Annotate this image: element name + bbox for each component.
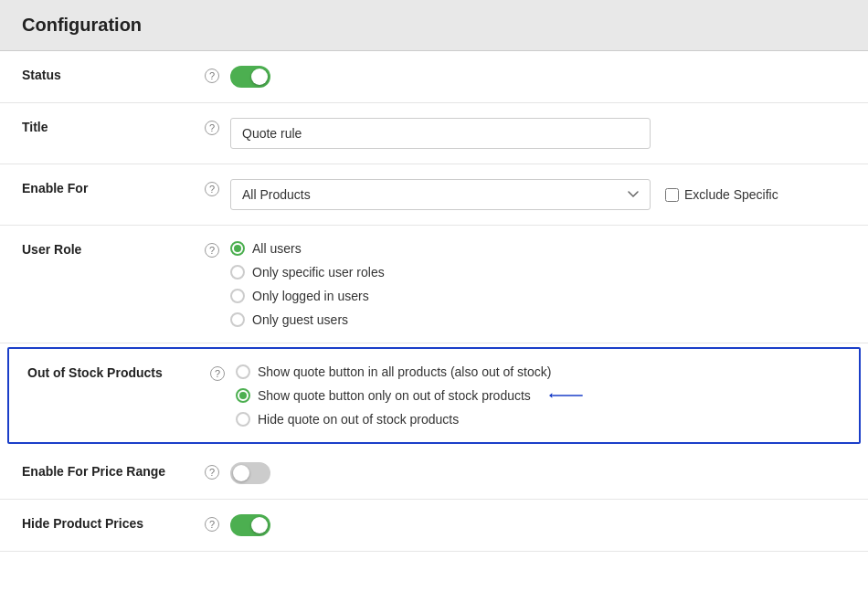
config-table: Status ? Title ? Enable For ? All Produc… — [0, 51, 868, 552]
title-input[interactable] — [230, 118, 651, 149]
title-help-icon[interactable]: ? — [205, 121, 219, 135]
user-role-row: User Role ? All users Only specific user… — [0, 226, 868, 343]
out-of-stock-help-icon[interactable]: ? — [210, 366, 225, 381]
page-header: Configuration — [0, 0, 868, 51]
out-of-stock-label-only: Show quote button only on out of stock p… — [258, 388, 531, 403]
user-role-option-specific[interactable]: Only specific user roles — [230, 265, 846, 280]
price-range-help-icon[interactable]: ? — [205, 465, 219, 480]
price-range-content — [230, 462, 846, 484]
out-of-stock-option-only[interactable]: Show quote button only on out of stock p… — [236, 388, 841, 403]
status-content — [230, 66, 846, 88]
hide-prices-help-icon[interactable]: ? — [205, 517, 219, 532]
enable-for-select-row: All Products Specific Products Category … — [230, 179, 846, 210]
status-help-icon[interactable]: ? — [205, 69, 219, 83]
hide-prices-toggle-slider — [230, 514, 270, 536]
out-of-stock-label-hide: Hide quote on out of stock products — [258, 412, 459, 427]
price-range-toggle-slider — [230, 462, 270, 484]
enable-for-help-icon[interactable]: ? — [205, 182, 219, 196]
enable-for-content: All Products Specific Products Category … — [230, 179, 846, 210]
arrow-indicator — [549, 388, 586, 403]
enable-for-help: ? — [205, 179, 230, 196]
out-of-stock-option-hide[interactable]: Hide quote on out of stock products — [236, 412, 841, 427]
hide-prices-content — [230, 514, 846, 536]
title-label: Title — [22, 118, 205, 134]
out-of-stock-content: Show quote button in all products (also … — [236, 364, 841, 427]
hide-prices-toggle[interactable] — [230, 514, 270, 536]
user-role-label-logged-in: Only logged in users — [252, 289, 369, 303]
user-role-help: ? — [205, 240, 230, 258]
user-role-content: All users Only specific user roles Only … — [230, 240, 846, 328]
status-label: Status — [22, 66, 205, 82]
enable-for-row: Enable For ? All Products Specific Produ… — [0, 164, 868, 226]
user-role-label-guest: Only guest users — [252, 312, 348, 327]
out-of-stock-label-all: Show quote button in all products (also … — [258, 364, 551, 379]
page-title: Configuration — [22, 15, 846, 36]
price-range-help: ? — [205, 462, 230, 480]
status-row: Status ? — [0, 51, 868, 103]
title-row: Title ? — [0, 103, 868, 164]
user-role-radio-all — [230, 241, 245, 256]
user-role-label-specific: Only specific user roles — [252, 265, 385, 280]
enable-for-label: Enable For — [22, 179, 205, 195]
user-role-help-icon[interactable]: ? — [205, 243, 219, 258]
hide-prices-label: Hide Product Prices — [22, 514, 205, 531]
title-help: ? — [205, 118, 230, 135]
out-of-stock-option-all[interactable]: Show quote button in all products (also … — [236, 364, 841, 379]
hide-prices-row: Hide Product Prices ? — [0, 500, 868, 552]
user-role-option-all[interactable]: All users — [230, 241, 846, 256]
price-range-label: Enable For Price Range — [22, 462, 205, 479]
status-help: ? — [205, 66, 230, 83]
out-of-stock-radio-only — [236, 388, 250, 403]
user-role-radio-guest — [230, 312, 245, 327]
enable-for-select[interactable]: All Products Specific Products Category — [230, 179, 651, 210]
out-of-stock-help: ? — [210, 364, 236, 381]
title-content — [230, 118, 846, 149]
out-of-stock-radio-hide — [236, 412, 250, 427]
out-of-stock-row: Out of Stock Products ? Show quote butto… — [7, 347, 861, 444]
user-role-radio-logged-in — [230, 289, 245, 303]
price-range-row: Enable For Price Range ? — [0, 448, 868, 500]
svg-marker-1 — [549, 393, 552, 397]
status-toggle-slider — [230, 66, 270, 88]
exclude-specific-checkbox[interactable] — [665, 188, 679, 202]
out-of-stock-label: Out of Stock Products — [27, 364, 210, 380]
exclude-specific-container: Exclude Specific — [665, 187, 778, 202]
out-of-stock-radio-all — [236, 364, 250, 379]
user-role-label: User Role — [22, 240, 205, 257]
user-role-option-logged-in[interactable]: Only logged in users — [230, 289, 846, 303]
status-toggle[interactable] — [230, 66, 270, 88]
price-range-toggle[interactable] — [230, 462, 270, 484]
user-role-radio-specific — [230, 265, 245, 280]
user-role-label-all: All users — [252, 241, 302, 256]
hide-prices-help: ? — [205, 514, 230, 532]
user-role-option-guest[interactable]: Only guest users — [230, 312, 846, 327]
exclude-specific-label: Exclude Specific — [684, 187, 778, 202]
